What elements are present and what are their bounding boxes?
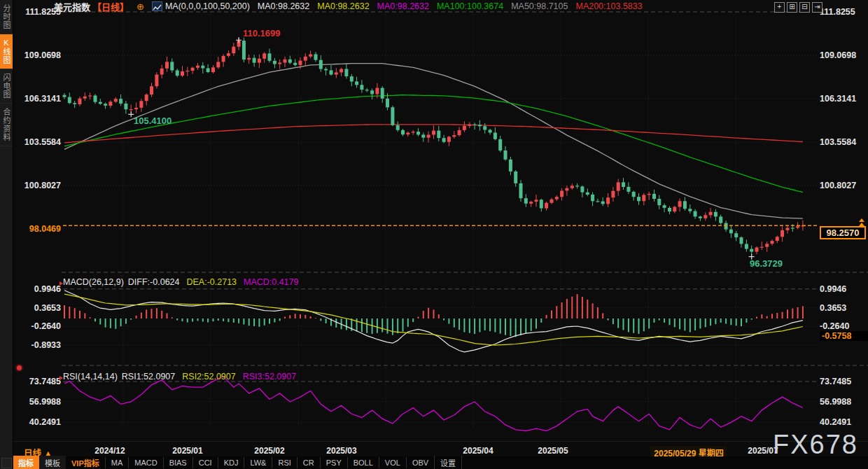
- rsi-title: RSI(14,14,14): [63, 372, 118, 382]
- sidebar-tab-time-share-chart[interactable]: 分时图: [0, 0, 13, 34]
- axis-label: 73.7485: [19, 377, 61, 386]
- tab-obv[interactable]: OBV: [406, 457, 434, 468]
- axis-label: 56.9988: [820, 397, 866, 407]
- tab-lwr[interactable]: LW&: [244, 457, 272, 468]
- axis-label: 106.3141: [820, 94, 866, 104]
- rsi2-value: RSI2:52.0907: [182, 372, 235, 382]
- low-price-annotation-left: 105.4100: [134, 115, 172, 126]
- panel-toggle-icon[interactable]: [1, 458, 12, 468]
- rsi3-value: RSI3:52.0907: [243, 372, 296, 382]
- axis-label: 73.7485: [820, 377, 866, 386]
- tab-settings[interactable]: 设置: [434, 456, 462, 469]
- indicator-tab-bar: 指标模板VIP指标MAMACDBIASCCIKDJLW&RSICRPSYBOLL…: [13, 456, 868, 469]
- axis-label: 106.3141: [19, 94, 61, 104]
- price-up-arrows-icon: [859, 218, 864, 227]
- month-label: 2025/04: [463, 446, 493, 456]
- tab-rsi[interactable]: RSI: [272, 457, 296, 468]
- axis-label: 103.5584: [820, 137, 866, 147]
- scale-pane-up-icon[interactable]: ⊞: [787, 2, 797, 13]
- collapse-axis-icon[interactable]: ⇥: [812, 2, 822, 13]
- axis-label: 103.5584: [19, 137, 61, 147]
- month-label: 2024/12: [94, 446, 125, 456]
- pan-tool-icon[interactable]: +: [774, 2, 785, 13]
- axis-label: 109.0698: [19, 50, 61, 60]
- sidebar-tab-flash-chart[interactable]: 闪电图: [0, 69, 13, 104]
- month-label: 2025/05: [538, 446, 568, 456]
- low-price-annotation-right: 96.3729: [750, 258, 783, 269]
- axis-label: -0.2640: [820, 321, 866, 331]
- tab-macd[interactable]: MACD: [128, 457, 162, 468]
- ma-value-1: MA0:98.2632: [317, 1, 369, 11]
- axis-label: 0.9946: [19, 284, 61, 294]
- axis-label: 40.2491: [19, 417, 61, 427]
- tab-bias[interactable]: BIAS: [163, 457, 192, 468]
- sidebar-tab-kline-chart[interactable]: K线图: [0, 34, 13, 69]
- macd-diff-value: DIFF:-0.0624: [128, 277, 180, 287]
- chart-header: 美元指数【日线】 ⊕ MA(0,0,0,100,50,200) MA0:98.2…: [54, 1, 643, 12]
- axis-label: 111.8255: [820, 7, 866, 17]
- symbol-name: 美元指数: [54, 0, 90, 13]
- trading-terminal: 分时图K线图闪电图合约资料 美元指数【日线】 ⊕ MA(0,0,0,100,50…: [0, 0, 868, 469]
- ma-value-4: MA50:98.7105: [511, 1, 568, 11]
- ma-value-2: MA0:98.2632: [377, 1, 429, 11]
- macd-title: MACD(26,12,9): [63, 277, 124, 287]
- axis-label: 98.0469: [19, 224, 61, 234]
- macd-header: MACD(26,12,9) DIFF:-0.0624 DEA:-0.2713 M…: [63, 277, 299, 287]
- last-price-tag: 98.2570: [820, 226, 866, 239]
- tab-vol[interactable]: VOL: [379, 457, 406, 468]
- axis-label: 40.2491: [820, 417, 866, 427]
- ma-value-5: MA200:103.5833: [575, 1, 642, 11]
- axis-label: 56.9988: [19, 397, 61, 407]
- tab-template[interactable]: 模板: [39, 456, 66, 469]
- month-label: 2025/02: [254, 446, 284, 456]
- chart-type-sidebar: 分时图K线图闪电图合约资料: [0, 0, 13, 469]
- axis-label: 0.9946: [820, 284, 866, 294]
- ma-settings-label: MA(0,0,0,100,50,200): [165, 1, 250, 11]
- tab-boll[interactable]: BOLL: [347, 457, 379, 468]
- period-tag: 【日线】: [92, 0, 129, 13]
- ma-values: MA0:98.2632MA0:98.2632MA0:98.2632MA100:1…: [258, 1, 643, 11]
- alert-dot-icon: [17, 365, 22, 370]
- ma-indicator-icon: [152, 1, 162, 11]
- tab-vip-indicator[interactable]: VIP指标: [66, 456, 105, 469]
- time-axis: 日线 ▲ 2024/122025/012025/022025/032025/04…: [13, 441, 868, 457]
- sidebar-tab-contract-info[interactable]: 合约资料: [0, 104, 13, 146]
- ma-value-0: MA0:98.2632: [258, 1, 309, 11]
- axis-label: -0.2640: [19, 321, 61, 331]
- axis-label: 109.0698: [820, 50, 866, 60]
- axis-label: 0.3653: [19, 303, 61, 313]
- high-price-annotation: 110.1699: [243, 28, 281, 38]
- tab-kdj[interactable]: KDJ: [218, 457, 244, 468]
- rsi-header: RSI(14,14,14) RSI1:52.0907 RSI2:52.0907 …: [63, 372, 296, 382]
- tab-psy[interactable]: PSY: [320, 457, 347, 468]
- tab-indicator[interactable]: 指标: [13, 456, 39, 469]
- axis-label: 100.8027: [19, 181, 61, 190]
- tab-cci[interactable]: CCI: [192, 457, 218, 468]
- month-label: 2025/03: [326, 446, 356, 456]
- add-compare-icon[interactable]: ⊕: [136, 2, 144, 11]
- chart-toolbar: +⊞⊟⇥: [774, 2, 822, 13]
- rsi1-value: RSI1:52.0907: [122, 372, 175, 382]
- macd-dea-value: DEA:-0.2713: [186, 277, 237, 287]
- ma-value-3: MA100:100.3674: [437, 1, 503, 11]
- axis-label: 0.3653: [820, 303, 866, 313]
- tab-cr[interactable]: CR: [297, 457, 320, 468]
- tab-ma[interactable]: MA: [105, 457, 129, 468]
- axis-label: -0.5758: [820, 331, 868, 341]
- chart-canvas[interactable]: [0, 0, 868, 469]
- axis-label: -0.8933: [19, 340, 61, 350]
- scale-pane-down-icon[interactable]: ⊟: [799, 2, 810, 13]
- axis-label: 100.8027: [820, 181, 866, 190]
- watermark: FX678: [773, 430, 858, 460]
- macd-macd-value: MACD:0.4179: [244, 277, 299, 287]
- month-label: 2025/01: [172, 446, 202, 456]
